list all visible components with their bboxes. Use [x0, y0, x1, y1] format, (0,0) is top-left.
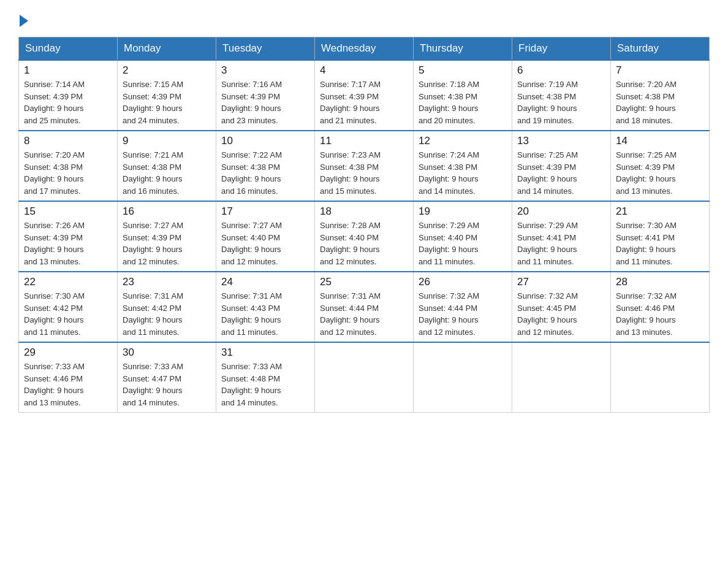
calendar-week-3: 15 Sunrise: 7:26 AMSunset: 4:39 PMDaylig… — [19, 201, 710, 272]
calendar-cell: 23 Sunrise: 7:31 AMSunset: 4:42 PMDaylig… — [118, 272, 216, 342]
page-header — [18, 12, 710, 27]
calendar-cell — [512, 342, 611, 413]
day-number: 30 — [123, 347, 211, 359]
day-number: 15 — [24, 205, 112, 218]
day-info: Sunrise: 7:17 AMSunset: 4:39 PMDaylight:… — [320, 79, 408, 126]
day-number: 5 — [419, 64, 507, 77]
calendar-cell: 1 Sunrise: 7:14 AMSunset: 4:39 PMDayligh… — [19, 60, 118, 131]
logo-triangle-icon — [20, 15, 28, 27]
calendar-cell: 6 Sunrise: 7:19 AMSunset: 4:38 PMDayligh… — [512, 60, 611, 131]
day-number: 10 — [221, 135, 309, 147]
day-number: 11 — [320, 135, 408, 147]
day-number: 1 — [24, 64, 112, 77]
day-info: Sunrise: 7:27 AMSunset: 4:39 PMDaylight:… — [123, 220, 211, 267]
calendar-table: SundayMondayTuesdayWednesdayThursdayFrid… — [18, 37, 710, 413]
calendar-cell: 2 Sunrise: 7:15 AMSunset: 4:39 PMDayligh… — [118, 60, 216, 131]
day-info: Sunrise: 7:27 AMSunset: 4:40 PMDaylight:… — [221, 220, 309, 267]
calendar-cell — [315, 342, 414, 413]
day-number: 29 — [24, 347, 112, 359]
day-number: 9 — [123, 135, 211, 147]
day-number: 18 — [320, 205, 408, 218]
calendar-header-row: SundayMondayTuesdayWednesdayThursdayFrid… — [19, 37, 710, 61]
calendar-cell: 18 Sunrise: 7:28 AMSunset: 4:40 PMDaylig… — [315, 201, 414, 272]
day-info: Sunrise: 7:30 AMSunset: 4:42 PMDaylight:… — [24, 290, 112, 338]
day-info: Sunrise: 7:31 AMSunset: 4:43 PMDaylight:… — [221, 290, 309, 338]
day-info: Sunrise: 7:32 AMSunset: 4:46 PMDaylight:… — [616, 290, 704, 338]
calendar-cell: 29 Sunrise: 7:33 AMSunset: 4:46 PMDaylig… — [19, 342, 118, 413]
calendar-cell: 4 Sunrise: 7:17 AMSunset: 4:39 PMDayligh… — [315, 60, 414, 131]
day-number: 26 — [419, 276, 507, 288]
day-number: 6 — [517, 64, 605, 77]
day-number: 2 — [123, 64, 211, 77]
day-info: Sunrise: 7:26 AMSunset: 4:39 PMDaylight:… — [24, 220, 112, 267]
day-info: Sunrise: 7:21 AMSunset: 4:38 PMDaylight:… — [123, 149, 211, 197]
calendar-cell: 14 Sunrise: 7:25 AMSunset: 4:39 PMDaylig… — [611, 131, 710, 201]
day-number: 22 — [24, 276, 112, 288]
calendar-cell: 31 Sunrise: 7:33 AMSunset: 4:48 PMDaylig… — [216, 342, 315, 413]
day-info: Sunrise: 7:14 AMSunset: 4:39 PMDaylight:… — [24, 79, 112, 126]
calendar-cell: 12 Sunrise: 7:24 AMSunset: 4:38 PMDaylig… — [414, 131, 512, 201]
col-header-friday: Friday — [512, 37, 611, 61]
calendar-cell: 7 Sunrise: 7:20 AMSunset: 4:38 PMDayligh… — [611, 60, 710, 131]
day-info: Sunrise: 7:20 AMSunset: 4:38 PMDaylight:… — [24, 149, 112, 197]
calendar-cell: 16 Sunrise: 7:27 AMSunset: 4:39 PMDaylig… — [118, 201, 216, 272]
day-info: Sunrise: 7:16 AMSunset: 4:39 PMDaylight:… — [221, 79, 309, 126]
day-number: 21 — [616, 205, 704, 218]
calendar-cell: 25 Sunrise: 7:31 AMSunset: 4:44 PMDaylig… — [315, 272, 414, 342]
day-number: 24 — [221, 276, 309, 288]
day-info: Sunrise: 7:18 AMSunset: 4:38 PMDaylight:… — [419, 79, 507, 126]
calendar-cell: 26 Sunrise: 7:32 AMSunset: 4:44 PMDaylig… — [414, 272, 512, 342]
day-info: Sunrise: 7:29 AMSunset: 4:40 PMDaylight:… — [419, 220, 507, 267]
day-info: Sunrise: 7:15 AMSunset: 4:39 PMDaylight:… — [123, 79, 211, 126]
day-number: 27 — [517, 276, 605, 288]
calendar-week-2: 8 Sunrise: 7:20 AMSunset: 4:38 PMDayligh… — [19, 131, 710, 201]
col-header-saturday: Saturday — [611, 37, 710, 61]
calendar-cell: 24 Sunrise: 7:31 AMSunset: 4:43 PMDaylig… — [216, 272, 315, 342]
day-info: Sunrise: 7:33 AMSunset: 4:47 PMDaylight:… — [123, 361, 211, 408]
day-info: Sunrise: 7:32 AMSunset: 4:45 PMDaylight:… — [517, 290, 605, 338]
calendar-week-4: 22 Sunrise: 7:30 AMSunset: 4:42 PMDaylig… — [19, 272, 710, 342]
day-number: 20 — [517, 205, 605, 218]
day-info: Sunrise: 7:32 AMSunset: 4:44 PMDaylight:… — [419, 290, 507, 338]
col-header-wednesday: Wednesday — [315, 37, 414, 61]
day-number: 7 — [616, 64, 704, 77]
day-number: 4 — [320, 64, 408, 77]
calendar-cell: 3 Sunrise: 7:16 AMSunset: 4:39 PMDayligh… — [216, 60, 315, 131]
day-info: Sunrise: 7:20 AMSunset: 4:38 PMDaylight:… — [616, 79, 704, 126]
day-info: Sunrise: 7:33 AMSunset: 4:46 PMDaylight:… — [24, 361, 112, 408]
day-info: Sunrise: 7:25 AMSunset: 4:39 PMDaylight:… — [616, 149, 704, 197]
day-number: 3 — [221, 64, 309, 77]
calendar-cell: 17 Sunrise: 7:27 AMSunset: 4:40 PMDaylig… — [216, 201, 315, 272]
calendar-cell: 28 Sunrise: 7:32 AMSunset: 4:46 PMDaylig… — [611, 272, 710, 342]
day-info: Sunrise: 7:22 AMSunset: 4:38 PMDaylight:… — [221, 149, 309, 197]
calendar-cell: 9 Sunrise: 7:21 AMSunset: 4:38 PMDayligh… — [118, 131, 216, 201]
day-info: Sunrise: 7:29 AMSunset: 4:41 PMDaylight:… — [517, 220, 605, 267]
calendar-week-5: 29 Sunrise: 7:33 AMSunset: 4:46 PMDaylig… — [19, 342, 710, 413]
day-number: 25 — [320, 276, 408, 288]
calendar-cell: 15 Sunrise: 7:26 AMSunset: 4:39 PMDaylig… — [19, 201, 118, 272]
day-number: 8 — [24, 135, 112, 147]
day-number: 28 — [616, 276, 704, 288]
day-number: 31 — [221, 347, 309, 359]
calendar-cell — [414, 342, 512, 413]
col-header-thursday: Thursday — [414, 37, 512, 61]
calendar-week-1: 1 Sunrise: 7:14 AMSunset: 4:39 PMDayligh… — [19, 60, 710, 131]
logo — [18, 12, 28, 27]
calendar-cell: 30 Sunrise: 7:33 AMSunset: 4:47 PMDaylig… — [118, 342, 216, 413]
calendar-cell: 20 Sunrise: 7:29 AMSunset: 4:41 PMDaylig… — [512, 201, 611, 272]
day-number: 12 — [419, 135, 507, 147]
day-number: 16 — [123, 205, 211, 218]
day-info: Sunrise: 7:28 AMSunset: 4:40 PMDaylight:… — [320, 220, 408, 267]
day-info: Sunrise: 7:25 AMSunset: 4:39 PMDaylight:… — [517, 149, 605, 197]
day-info: Sunrise: 7:19 AMSunset: 4:38 PMDaylight:… — [517, 79, 605, 126]
day-info: Sunrise: 7:31 AMSunset: 4:42 PMDaylight:… — [123, 290, 211, 338]
calendar-cell: 8 Sunrise: 7:20 AMSunset: 4:38 PMDayligh… — [19, 131, 118, 201]
calendar-cell: 13 Sunrise: 7:25 AMSunset: 4:39 PMDaylig… — [512, 131, 611, 201]
calendar-cell: 27 Sunrise: 7:32 AMSunset: 4:45 PMDaylig… — [512, 272, 611, 342]
day-number: 17 — [221, 205, 309, 218]
day-number: 14 — [616, 135, 704, 147]
calendar-cell: 10 Sunrise: 7:22 AMSunset: 4:38 PMDaylig… — [216, 131, 315, 201]
day-info: Sunrise: 7:31 AMSunset: 4:44 PMDaylight:… — [320, 290, 408, 338]
calendar-cell: 5 Sunrise: 7:18 AMSunset: 4:38 PMDayligh… — [414, 60, 512, 131]
day-info: Sunrise: 7:30 AMSunset: 4:41 PMDaylight:… — [616, 220, 704, 267]
